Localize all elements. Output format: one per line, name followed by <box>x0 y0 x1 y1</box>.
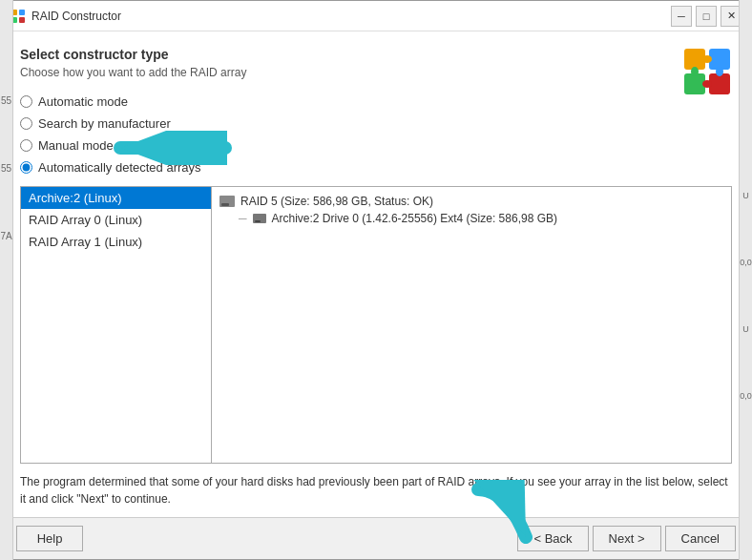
radio-manual[interactable]: Manual mode <box>20 138 732 153</box>
window-title: RAID Constructor <box>31 10 121 23</box>
bottom-bar: Help < Back Next > Cancel <box>1 517 751 559</box>
radio-manual-label: Manual mode <box>38 138 114 153</box>
radio-search[interactable]: Search by manufacturer <box>20 116 732 131</box>
radio-detected[interactable]: Automatically detected arrays <box>20 160 732 175</box>
info-text: The program determined that some of your… <box>20 473 732 508</box>
radio-automatic[interactable]: Automatic mode <box>20 94 732 109</box>
page-title: Select constructor type <box>20 47 732 62</box>
maximize-button[interactable]: □ <box>696 6 717 27</box>
scroll-val-2: 55 <box>1 163 11 174</box>
svg-point-11 <box>702 80 712 88</box>
title-bar: RAID Constructor ─ □ ✕ <box>1 1 751 31</box>
right-edge: U 0,0 U 0,0 <box>739 0 752 560</box>
radio-group: Automatic mode Search by manufacturer Ma… <box>20 94 732 175</box>
help-button[interactable]: Help <box>16 526 83 551</box>
right-val-1: U <box>742 191 749 200</box>
array-details: RAID 5 (Size: 586,98 GB, Status: OK) ─ A… <box>212 187 731 463</box>
svg-point-10 <box>716 67 723 76</box>
logo-area <box>682 47 732 96</box>
right-val-2: 0,0 <box>740 258 752 267</box>
drive-item-label: Archive:2 Drive 0 (1.42.6-25556) Ext4 (S… <box>272 212 557 225</box>
svg-rect-3 <box>19 17 25 23</box>
arrays-list[interactable]: Archive:2 (Linux) RAID Array 0 (Linux) R… <box>21 187 212 463</box>
cancel-button[interactable]: Cancel <box>665 526 736 551</box>
list-item[interactable]: RAID Array 0 (Linux) <box>21 209 211 231</box>
title-controls: ─ □ ✕ <box>671 6 742 27</box>
disk-icon-small <box>253 214 266 223</box>
left-edge: 55 55 7A <box>0 0 13 560</box>
minimize-button[interactable]: ─ <box>671 6 692 27</box>
svg-rect-4 <box>684 49 705 70</box>
list-item[interactable]: RAID Array 1 (Linux) <box>21 231 211 253</box>
nav-buttons: < Back Next > Cancel <box>517 526 736 551</box>
radio-search-label: Search by manufacturer <box>38 116 171 131</box>
svg-rect-1 <box>19 10 25 15</box>
radio-search-input[interactable] <box>20 117 32 130</box>
disk-icon <box>219 196 235 207</box>
tree-item-raid: RAID 5 (Size: 586,98 GB, Status: OK) <box>219 193 723 210</box>
main-window: RAID Constructor ─ □ ✕ Select constructo… <box>0 0 752 560</box>
tree-item-drive: ─ Archive:2 Drive 0 (1.42.6-25556) Ext4 … <box>219 210 723 227</box>
scroll-val-1: 55 <box>1 95 11 106</box>
svg-point-9 <box>691 67 699 76</box>
main-panel: Archive:2 (Linux) RAID Array 0 (Linux) R… <box>20 186 732 464</box>
right-val-4: 0,0 <box>740 391 752 401</box>
radio-manual-input[interactable] <box>20 139 32 152</box>
back-button[interactable]: < Back <box>517 526 588 551</box>
svg-rect-7 <box>709 73 730 94</box>
right-val-3: U <box>742 324 749 334</box>
radio-automatic-input[interactable] <box>20 95 32 108</box>
puzzle-logo <box>682 47 732 96</box>
content-area: Select constructor type Choose how you w… <box>1 31 751 517</box>
radio-detected-input[interactable] <box>20 161 32 174</box>
tree-connector: ─ <box>239 212 247 225</box>
radio-automatic-label: Automatic mode <box>38 94 128 109</box>
list-item[interactable]: Archive:2 (Linux) <box>21 187 211 209</box>
radio-detected-label: Automatically detected arrays <box>38 160 201 175</box>
scroll-val-3: 7A <box>0 231 11 241</box>
raid-item-label: RAID 5 (Size: 586,98 GB, Status: OK) <box>240 195 433 208</box>
svg-rect-5 <box>709 49 730 70</box>
title-bar-left: RAID Constructor <box>10 9 121 24</box>
page-subtitle: Choose how you want to add the RAID arra… <box>20 66 732 79</box>
next-button[interactable]: Next > <box>593 526 661 551</box>
svg-point-8 <box>702 55 712 63</box>
svg-rect-6 <box>684 73 705 94</box>
